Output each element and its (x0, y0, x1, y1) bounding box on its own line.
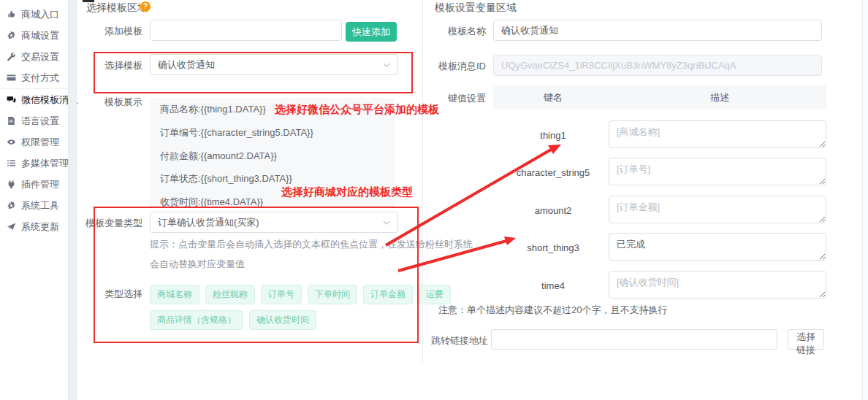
hint-line-2: 会自动替换对应变量值 (150, 258, 245, 271)
template-line: 收货时间:{{time4.DATA}} (160, 191, 384, 207)
kv-desc-time4[interactable]: [确认收货时间] (609, 271, 826, 299)
sidebar-item-label: 支付方式 (21, 72, 59, 85)
sidebar-item-media-management[interactable]: 多媒体管理 (0, 153, 68, 174)
chevron-down-icon (383, 63, 390, 67)
add-template-input[interactable] (150, 20, 342, 41)
jump-link-label: 跳转链接地址 (415, 334, 488, 347)
tag-fan-nickname[interactable]: 粉丝昵称 (205, 285, 255, 304)
add-template-label: 添加模板 (77, 25, 142, 38)
type-select-label: 类型选择 (77, 288, 142, 301)
kv-desc-short-thing3[interactable]: 已完成 (609, 233, 826, 261)
template-line: 订单状态:{{short_thing3.DATA}} (160, 167, 384, 191)
template-msg-id-input (493, 55, 822, 76)
jump-link-input[interactable] (491, 329, 777, 350)
tag-row-1: 商城名称粉丝昵称订单号下单时间订单金额运费 (150, 285, 457, 304)
template-display-label: 模板展示 (77, 96, 142, 109)
template-var-type-value: 订单确认收货通知(买家) (158, 216, 259, 229)
sidebar-item-label: 系统更新 (21, 220, 59, 234)
sidebar: 商城入口 商城设置 交易设置 支付方式 微信模板消息 语言设置 权限管理 多媒体… (0, 0, 68, 400)
sidebar-item-wechat-template-messages[interactable]: 微信模板消息 (0, 88, 68, 110)
kv-key-short-thing3: short_thing3 (493, 242, 613, 253)
kv-col-key: 键名 (493, 91, 613, 104)
left-panel-title: 选择模板区域 (86, 1, 148, 15)
sidebar-item-label: 语言设置 (21, 115, 59, 128)
sidebar-item-language-settings[interactable]: 语言设置 (0, 110, 68, 131)
sidebar-item-label: 商城入口 (21, 8, 59, 21)
list-icon (7, 158, 16, 168)
template-msg-id-label: 模板消息ID (420, 60, 486, 73)
tag-confirm-receipt-time[interactable]: 确认收货时间 (249, 310, 316, 330)
template-line: 商品名称:{{thing1.DATA}} (160, 98, 384, 121)
sidebar-item-system-update[interactable]: 系统更新 (0, 216, 68, 237)
tag-order-amount[interactable]: 订单金额 (363, 285, 413, 304)
plug-icon (7, 180, 16, 189)
column-divider (422, 0, 423, 363)
template-line: 付款金额:{{amount2.DATA}} (160, 145, 384, 168)
template-var-type-dropdown[interactable]: 订单确认收货通知(买家) (150, 212, 398, 233)
sidebar-item-label: 权限管理 (21, 136, 59, 149)
arrow-to-thing1 (386, 145, 561, 245)
tag-order-time[interactable]: 下单时间 (308, 285, 357, 304)
help-icon[interactable]: ? (140, 1, 151, 12)
sidebar-item-payment-methods[interactable]: 支付方式 (0, 67, 68, 88)
hint-line-1: 提示：点击变量后会自动插入选择的文本框的焦点位置，在发送给粉丝时系统 (150, 238, 473, 251)
select-template-value: 确认收货通知 (158, 58, 215, 72)
kv-col-desc: 描述 (613, 91, 826, 104)
sidebar-item-mall-settings[interactable]: 商城设置 (0, 25, 68, 46)
kv-key-time4: time4 (493, 280, 613, 291)
sidebar-item-mall-entry[interactable]: 商城入口 (0, 4, 68, 25)
select-template-dropdown[interactable]: 确认收货通知 (150, 54, 398, 75)
sidebar-item-label: 商城设置 (21, 29, 59, 42)
right-panel-title: 模板设置变量区域 (435, 1, 517, 15)
language-doc-icon (7, 116, 16, 126)
gear-icon (7, 201, 16, 210)
tag-product-detail[interactable]: 商品详情（含规格） (150, 310, 243, 330)
template-name-label: 模板名称 (420, 25, 486, 38)
kv-desc-amount2[interactable]: [订单金额] (609, 196, 826, 223)
sidebar-item-label: 插件管理 (21, 178, 59, 191)
kv-key-thing1: thing1 (493, 130, 613, 141)
sidebar-gutter (68, 0, 77, 400)
eye-icon (7, 137, 16, 147)
kv-desc-thing1[interactable]: [商城名称] (609, 120, 826, 148)
gear-icon (7, 31, 16, 40)
kv-key-character-string5: character_string5 (493, 167, 613, 178)
sidebar-item-system-tools[interactable]: 系统工具 (0, 195, 68, 216)
template-var-type-label: 模板变量类型 (77, 217, 142, 230)
choose-link-button[interactable]: 选择链接 (788, 329, 824, 350)
kv-settings-label: 键值设置 (420, 92, 486, 105)
paper-plane-icon (7, 222, 16, 231)
kv-desc-character-string5[interactable]: [订单号] (609, 158, 826, 185)
sidebar-item-trade-settings[interactable]: 交易设置 (0, 46, 68, 67)
sidebar-item-label: 系统工具 (21, 199, 59, 212)
sidebar-item-plugin-management[interactable]: 插件管理 (0, 174, 68, 195)
credit-card-icon (7, 73, 16, 82)
kv-note: 注意：单个描述内容建议不超过20个字，且不支持换行 (438, 304, 667, 317)
hand-pointer-icon (7, 9, 16, 19)
kv-key-amount2: amount2 (493, 205, 613, 216)
sidebar-item-permission-management[interactable]: 权限管理 (0, 131, 68, 153)
chevron-down-icon (383, 220, 390, 225)
tag-shipping-fee[interactable]: 运费 (419, 285, 451, 304)
tag-mall-name[interactable]: 商城名称 (150, 285, 199, 304)
wrench-icon (7, 52, 16, 61)
comments-icon (7, 95, 16, 104)
sidebar-item-label: 多媒体管理 (21, 157, 69, 170)
kv-table-header: 键名 描述 (493, 85, 826, 109)
sidebar-item-label: 交易设置 (21, 50, 59, 64)
quick-add-button[interactable]: 快速添加 (346, 22, 397, 42)
template-line: 订单编号:{{character_string5.DATA}} (160, 121, 384, 145)
template-name-input[interactable] (493, 20, 822, 41)
select-template-label: 选择模板 (77, 59, 142, 72)
tag-row-2: 商品详情（含规格）确认收货时间 (150, 310, 322, 330)
tag-order-no[interactable]: 订单号 (261, 285, 302, 304)
template-display-box: 商品名称:{{thing1.DATA}} 订单编号:{{character_st… (150, 98, 395, 207)
scrollbar[interactable] (862, 0, 868, 400)
